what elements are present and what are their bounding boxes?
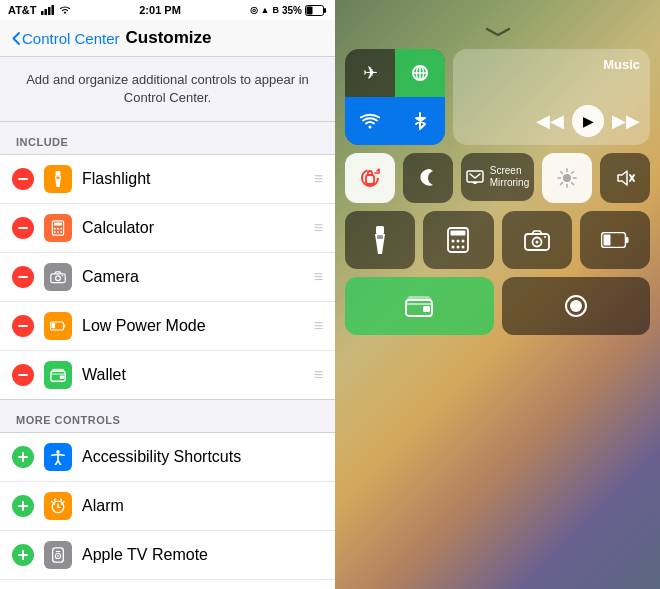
carrier-label: AT&T <box>8 4 37 16</box>
svg-rect-26 <box>60 376 64 380</box>
drag-handle[interactable]: ≡ <box>314 268 323 286</box>
drag-handle[interactable]: ≡ <box>314 170 323 188</box>
wifi-cc-icon <box>360 113 380 129</box>
settings-list: INCLUDE Flashlight ≡ <box>0 122 335 589</box>
svg-line-53 <box>572 183 574 185</box>
battery-cc-button[interactable] <box>580 211 650 269</box>
drag-handle[interactable]: ≡ <box>314 366 323 384</box>
svg-rect-58 <box>376 226 384 234</box>
airplane-mode-button[interactable]: ✈ <box>345 49 395 97</box>
brightness-icon <box>557 168 577 188</box>
svg-point-71 <box>535 241 538 244</box>
svg-rect-8 <box>56 171 61 176</box>
accessibility-svg <box>50 449 66 465</box>
svg-point-72 <box>544 236 546 238</box>
flashlight-cc-button[interactable] <box>345 211 415 269</box>
back-button[interactable]: Control Center <box>12 30 120 47</box>
remove-camera-button[interactable] <box>12 266 34 288</box>
list-item: Alarm <box>0 482 335 531</box>
status-left: AT&T <box>8 4 71 16</box>
low-power-label: Low Power Mode <box>82 317 308 335</box>
add-icon <box>18 452 28 462</box>
flashlight-label: Flashlight <box>82 170 308 188</box>
add-icon <box>18 550 28 560</box>
svg-rect-60 <box>377 235 383 239</box>
remove-lowpower-button[interactable] <box>12 315 34 337</box>
calculator-icon <box>44 214 72 242</box>
next-track-button[interactable]: ▶▶ <box>612 110 640 132</box>
mute-button[interactable] <box>600 153 650 203</box>
svg-point-31 <box>57 555 59 557</box>
list-item: Camera ≡ <box>0 253 335 302</box>
svg-point-15 <box>60 228 62 230</box>
description-text: Add and organize additional controls to … <box>0 57 335 122</box>
wallet-cc-button[interactable] <box>345 277 494 335</box>
cellular-button[interactable] <box>395 49 445 97</box>
add-accessibility-button[interactable] <box>12 446 34 468</box>
include-list: Flashlight ≡ <box>0 154 335 400</box>
svg-point-27 <box>56 450 60 454</box>
calculator-label: Calculator <box>82 219 308 237</box>
cc-row-2: ScreenMirroring <box>345 153 650 203</box>
calculator-cc-icon <box>447 227 469 253</box>
signal-icon <box>41 5 55 15</box>
svg-rect-75 <box>626 237 629 243</box>
cellular-icon <box>410 63 430 83</box>
add-alarm-button[interactable] <box>12 495 34 517</box>
screen-record-button[interactable] <box>502 277 651 335</box>
svg-rect-10 <box>56 177 59 179</box>
svg-rect-74 <box>603 235 610 246</box>
appletv-icon <box>44 541 72 569</box>
svg-point-67 <box>457 246 460 249</box>
low-power-icon <box>44 312 72 340</box>
remove-flashlight-button[interactable] <box>12 168 34 190</box>
bluetooth-icon: B <box>272 5 279 15</box>
play-button[interactable]: ▶ <box>572 105 604 137</box>
back-chevron-icon <box>12 32 20 45</box>
include-section-header: INCLUDE <box>0 122 335 154</box>
svg-line-52 <box>561 172 563 174</box>
accessibility-icon <box>44 443 72 471</box>
rotation-lock-button[interactable] <box>345 153 395 203</box>
screen-mirroring-button[interactable]: ScreenMirroring <box>461 153 534 201</box>
svg-rect-3 <box>51 5 54 15</box>
remove-wallet-button[interactable] <box>12 364 34 386</box>
svg-point-4 <box>64 12 66 14</box>
svg-point-18 <box>60 231 62 233</box>
flashlight-svg <box>50 171 66 187</box>
list-item: Accessibility Shortcuts <box>0 433 335 482</box>
svg-line-54 <box>572 172 574 174</box>
add-appletv-button[interactable] <box>12 544 34 566</box>
calculator-cc-button[interactable] <box>423 211 493 269</box>
prev-track-button[interactable]: ◀◀ <box>536 110 564 132</box>
battery-cc-icon <box>601 232 629 248</box>
airplay-icon: ▲ <box>261 5 270 15</box>
drag-handle[interactable]: ≡ <box>314 317 323 335</box>
svg-point-43 <box>369 126 372 129</box>
back-label: Control Center <box>22 30 120 47</box>
wallet-label: Wallet <box>82 366 308 384</box>
bluetooth-button[interactable] <box>395 97 445 145</box>
svg-point-65 <box>462 240 465 243</box>
do-not-disturb-button[interactable] <box>403 153 453 203</box>
wifi-icon <box>59 5 71 15</box>
drag-handle[interactable]: ≡ <box>314 219 323 237</box>
bluetooth-cc-icon <box>413 111 427 131</box>
list-item: Flashlight ≡ <box>0 155 335 204</box>
brightness-control[interactable] <box>542 153 592 203</box>
alarm-icon <box>44 492 72 520</box>
rotation-lock-icon <box>358 166 382 190</box>
svg-rect-6 <box>307 6 313 14</box>
wifi-button[interactable] <box>345 97 395 145</box>
cc-row-1: ✈ <box>345 49 650 145</box>
svg-point-63 <box>452 240 455 243</box>
wallet-cc-icon <box>405 295 433 317</box>
svg-point-14 <box>57 228 59 230</box>
connectivity-block[interactable]: ✈ <box>345 49 445 145</box>
flashlight-cc-icon <box>371 226 389 254</box>
svg-rect-12 <box>54 223 62 226</box>
camera-cc-button[interactable] <box>502 211 572 269</box>
music-block[interactable]: Music ◀◀ ▶ ▶▶ <box>453 49 650 145</box>
remove-calculator-button[interactable] <box>12 217 34 239</box>
camera-cc-icon <box>524 229 550 251</box>
